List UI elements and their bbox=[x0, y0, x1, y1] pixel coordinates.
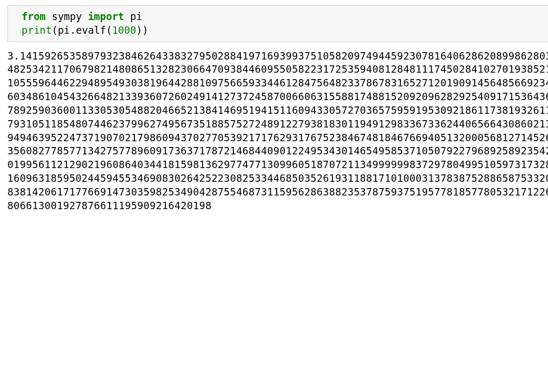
code-line-2: print(pi.evalf(1000)) bbox=[22, 24, 548, 37]
dot: . bbox=[70, 24, 76, 36]
paren-open: ( bbox=[106, 24, 112, 36]
paren-close: ) bbox=[142, 24, 148, 36]
code-cell: from sympy import pi print(pi.evalf(1000… bbox=[7, 5, 548, 42]
paren-close: ) bbox=[136, 24, 142, 36]
builtin-print: print bbox=[22, 24, 52, 36]
space bbox=[124, 11, 130, 22]
module-sympy: sympy bbox=[52, 11, 82, 22]
method-evalf: evalf bbox=[76, 24, 106, 36]
name-pi: pi bbox=[58, 24, 70, 36]
space bbox=[46, 11, 52, 22]
output-text: 3.14159265358979323846264338327950288419… bbox=[7, 50, 548, 213]
keyword-from: from bbox=[22, 11, 46, 22]
name-pi: pi bbox=[130, 11, 142, 22]
paren-open: ( bbox=[52, 24, 57, 36]
keyword-import: import bbox=[88, 11, 124, 22]
number-1000: 1000 bbox=[112, 24, 136, 36]
space bbox=[82, 11, 87, 22]
code-line-1: from sympy import pi bbox=[22, 10, 548, 24]
